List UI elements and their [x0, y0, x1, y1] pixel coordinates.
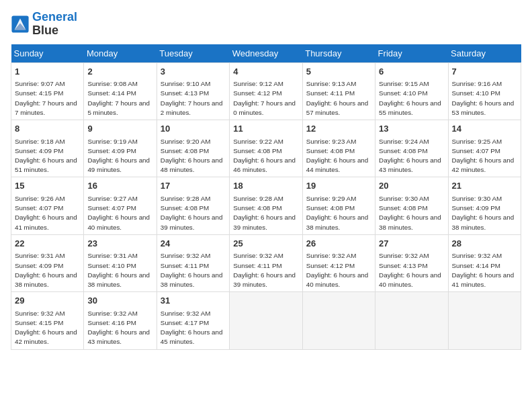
calendar-cell: 12 Sunrise: 9:23 AMSunset: 4:08 PMDaylig… — [302, 120, 375, 177]
day-info: Sunrise: 9:32 AMSunset: 4:11 PMDaylight:… — [233, 252, 296, 288]
day-info: Sunrise: 9:12 AMSunset: 4:12 PMDaylight:… — [233, 80, 296, 116]
calendar-cell: 31 Sunrise: 9:32 AMSunset: 4:17 PMDaylig… — [157, 292, 229, 349]
calendar-header: SundayMondayTuesdayWednesdayThursdayFrid… — [11, 44, 521, 63]
calendar-cell: 11 Sunrise: 9:22 AMSunset: 4:08 PMDaylig… — [230, 120, 302, 177]
calendar-week-5: 29 Sunrise: 9:32 AMSunset: 4:15 PMDaylig… — [11, 292, 521, 349]
calendar-week-2: 8 Sunrise: 9:18 AMSunset: 4:09 PMDayligh… — [11, 120, 521, 177]
day-number: 16 — [87, 180, 152, 192]
day-header-tuesday: Tuesday — [157, 44, 229, 63]
day-number: 30 — [87, 295, 152, 307]
day-info: Sunrise: 9:31 AMSunset: 4:09 PMDaylight:… — [15, 252, 77, 288]
calendar-cell: 13 Sunrise: 9:24 AMSunset: 4:08 PMDaylig… — [375, 120, 448, 177]
day-header-monday: Monday — [84, 44, 157, 63]
day-info: Sunrise: 9:32 AMSunset: 4:14 PMDaylight:… — [452, 252, 515, 288]
day-info: Sunrise: 9:28 AMSunset: 4:08 PMDaylight:… — [161, 195, 223, 231]
calendar-table: SundayMondayTuesdayWednesdayThursdayFrid… — [11, 44, 521, 350]
day-info: Sunrise: 9:30 AMSunset: 4:09 PMDaylight:… — [452, 195, 515, 231]
calendar-cell: 25 Sunrise: 9:32 AMSunset: 4:11 PMDaylig… — [230, 234, 302, 291]
day-info: Sunrise: 9:26 AMSunset: 4:07 PMDaylight:… — [15, 195, 77, 231]
calendar-cell: 21 Sunrise: 9:30 AMSunset: 4:09 PMDaylig… — [448, 177, 521, 234]
logo-text: GeneralBlue — [32, 11, 77, 38]
calendar-cell: 30 Sunrise: 9:32 AMSunset: 4:16 PMDaylig… — [84, 292, 157, 349]
day-info: Sunrise: 9:32 AMSunset: 4:16 PMDaylight:… — [87, 310, 150, 346]
day-number: 21 — [452, 180, 517, 192]
day-number: 28 — [452, 238, 517, 250]
day-info: Sunrise: 9:16 AMSunset: 4:10 PMDaylight:… — [452, 80, 515, 116]
day-info: Sunrise: 9:32 AMSunset: 4:15 PMDaylight:… — [15, 310, 77, 346]
calendar-cell: 28 Sunrise: 9:32 AMSunset: 4:14 PMDaylig… — [448, 234, 521, 291]
day-header-sunday: Sunday — [11, 44, 84, 63]
day-number: 4 — [233, 66, 298, 78]
calendar-cell: 7 Sunrise: 9:16 AMSunset: 4:10 PMDayligh… — [448, 62, 521, 120]
calendar-cell: 8 Sunrise: 9:18 AMSunset: 4:09 PMDayligh… — [11, 120, 84, 177]
day-info: Sunrise: 9:32 AMSunset: 4:11 PMDaylight:… — [161, 252, 223, 288]
calendar-cell: 27 Sunrise: 9:32 AMSunset: 4:13 PMDaylig… — [375, 234, 448, 291]
calendar-week-4: 22 Sunrise: 9:31 AMSunset: 4:09 PMDaylig… — [11, 234, 521, 291]
day-number: 18 — [233, 180, 298, 192]
calendar-cell: 3 Sunrise: 9:10 AMSunset: 4:13 PMDayligh… — [157, 62, 229, 120]
day-header-friday: Friday — [375, 44, 448, 63]
day-number: 20 — [379, 180, 444, 192]
day-number: 1 — [15, 66, 80, 78]
calendar-cell: 15 Sunrise: 9:26 AMSunset: 4:07 PMDaylig… — [11, 177, 84, 234]
day-info: Sunrise: 9:32 AMSunset: 4:12 PMDaylight:… — [306, 252, 369, 288]
day-info: Sunrise: 9:23 AMSunset: 4:08 PMDaylight:… — [306, 138, 369, 174]
day-info: Sunrise: 9:07 AMSunset: 4:15 PMDaylight:… — [15, 80, 77, 116]
logo: GeneralBlue — [11, 11, 77, 38]
calendar-cell: 9 Sunrise: 9:19 AMSunset: 4:09 PMDayligh… — [84, 120, 157, 177]
calendar-cell: 24 Sunrise: 9:32 AMSunset: 4:11 PMDaylig… — [157, 234, 229, 291]
day-number: 27 — [379, 238, 444, 250]
day-number: 13 — [379, 123, 444, 135]
calendar-cell: 10 Sunrise: 9:20 AMSunset: 4:08 PMDaylig… — [157, 120, 229, 177]
day-info: Sunrise: 9:25 AMSunset: 4:07 PMDaylight:… — [452, 138, 515, 174]
calendar-cell: 4 Sunrise: 9:12 AMSunset: 4:12 PMDayligh… — [230, 62, 302, 120]
day-number: 26 — [306, 238, 371, 250]
day-number: 31 — [161, 295, 226, 307]
calendar-cell — [448, 292, 521, 349]
calendar-cell — [302, 292, 375, 349]
day-info: Sunrise: 9:20 AMSunset: 4:08 PMDaylight:… — [161, 138, 223, 174]
day-number: 19 — [306, 180, 371, 192]
calendar-cell: 5 Sunrise: 9:13 AMSunset: 4:11 PMDayligh… — [302, 62, 375, 120]
day-number: 29 — [15, 295, 80, 307]
calendar-cell: 19 Sunrise: 9:29 AMSunset: 4:08 PMDaylig… — [302, 177, 375, 234]
day-number: 2 — [87, 66, 152, 78]
day-number: 12 — [306, 123, 371, 135]
day-number: 11 — [233, 123, 298, 135]
page-container: GeneralBlue SundayMondayTuesdayWednesday… — [0, 0, 532, 355]
day-number: 23 — [87, 238, 152, 250]
day-number: 25 — [233, 238, 298, 250]
day-number: 17 — [161, 180, 226, 192]
day-number: 3 — [161, 66, 226, 78]
calendar-cell: 17 Sunrise: 9:28 AMSunset: 4:08 PMDaylig… — [157, 177, 229, 234]
day-header-saturday: Saturday — [448, 44, 521, 63]
calendar-cell: 14 Sunrise: 9:25 AMSunset: 4:07 PMDaylig… — [448, 120, 521, 177]
day-info: Sunrise: 9:32 AMSunset: 4:17 PMDaylight:… — [161, 310, 223, 346]
day-number: 7 — [452, 66, 517, 78]
calendar-cell: 29 Sunrise: 9:32 AMSunset: 4:15 PMDaylig… — [11, 292, 84, 349]
day-info: Sunrise: 9:31 AMSunset: 4:10 PMDaylight:… — [87, 252, 150, 288]
calendar-cell — [375, 292, 448, 349]
day-number: 9 — [87, 123, 152, 135]
day-info: Sunrise: 9:18 AMSunset: 4:09 PMDaylight:… — [15, 138, 77, 174]
day-number: 10 — [161, 123, 226, 135]
day-number: 6 — [379, 66, 444, 78]
day-info: Sunrise: 9:28 AMSunset: 4:08 PMDaylight:… — [233, 195, 296, 231]
day-number: 22 — [15, 238, 80, 250]
day-info: Sunrise: 9:27 AMSunset: 4:07 PMDaylight:… — [87, 195, 150, 231]
calendar-cell: 22 Sunrise: 9:31 AMSunset: 4:09 PMDaylig… — [11, 234, 84, 291]
page-header: GeneralBlue — [11, 11, 521, 38]
logo-icon — [11, 15, 30, 34]
day-info: Sunrise: 9:29 AMSunset: 4:08 PMDaylight:… — [306, 195, 369, 231]
calendar-week-3: 15 Sunrise: 9:26 AMSunset: 4:07 PMDaylig… — [11, 177, 521, 234]
day-info: Sunrise: 9:15 AMSunset: 4:10 PMDaylight:… — [379, 80, 441, 116]
day-info: Sunrise: 9:08 AMSunset: 4:14 PMDaylight:… — [87, 80, 150, 116]
calendar-cell: 2 Sunrise: 9:08 AMSunset: 4:14 PMDayligh… — [84, 62, 157, 120]
day-info: Sunrise: 9:13 AMSunset: 4:11 PMDaylight:… — [306, 80, 369, 116]
day-header-thursday: Thursday — [302, 44, 375, 63]
calendar-body: 1 Sunrise: 9:07 AMSunset: 4:15 PMDayligh… — [11, 62, 521, 349]
calendar-cell: 26 Sunrise: 9:32 AMSunset: 4:12 PMDaylig… — [302, 234, 375, 291]
day-number: 5 — [306, 66, 371, 78]
day-header-wednesday: Wednesday — [230, 44, 302, 63]
day-info: Sunrise: 9:10 AMSunset: 4:13 PMDaylight:… — [161, 80, 223, 116]
